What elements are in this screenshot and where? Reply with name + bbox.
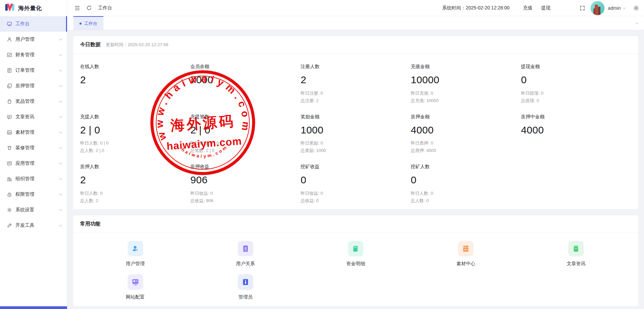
sidebar-item-3[interactable]: 订单管理: [0, 63, 67, 78]
stat-subs: 昨日笔数: 0 | 0总笔数: 2 | 0: [190, 140, 300, 154]
stat-cell: 质押收益906昨日收益: 0总收益: 906: [190, 164, 300, 205]
stat-subtext: 总质押: 4000: [411, 147, 521, 154]
stat-cell: 在线人数2: [80, 64, 190, 104]
shortcut-1[interactable]: 用户关系: [236, 241, 255, 267]
sidebar-item-9[interactable]: 应用管理: [0, 156, 67, 171]
settings-gear-icon[interactable]: [633, 5, 639, 11]
finance-chart-icon: [7, 52, 12, 58]
shortcut-label: 用户管理: [126, 261, 145, 267]
avatar[interactable]: [590, 1, 605, 15]
sidebar-item-label: 文章资讯: [15, 114, 34, 120]
chevron-down-icon: [59, 68, 62, 71]
article-shortcut-icon: [568, 241, 584, 256]
sidebar: 海外量化 工作台用户管理财务管理订单管理质押管理奖品管理文章资讯素材管理装修管理…: [0, 0, 67, 309]
today-card-header: 今日数据 更新时间：2025-02-20 12:27:56: [73, 36, 638, 54]
stat-cell: 提现金额0昨日提现: 0总提现: 0: [521, 64, 631, 104]
shortcut-2[interactable]: 资金明细: [346, 241, 365, 267]
chevron-down-icon: [59, 99, 62, 102]
withdraw-button[interactable]: 提现: [541, 5, 551, 11]
system-time: 系统时间：2025-02-20 12:28:00: [442, 5, 510, 11]
today-card-title: 今日数据: [80, 41, 100, 48]
tab-workbench[interactable]: 工作台: [73, 16, 103, 30]
stat-subtext: 昨日收益: 0: [300, 190, 411, 197]
sidebar-item-12[interactable]: 系统设置: [0, 202, 67, 218]
shortcut-4[interactable]: 文章资讯: [567, 241, 585, 267]
shortcut-3[interactable]: 素材中心: [456, 241, 475, 267]
update-time: 更新时间：2025-02-20 12:27:56: [106, 42, 168, 48]
stat-value: 4000: [411, 124, 521, 136]
sidebar-item-5[interactable]: 奖品管理: [0, 94, 67, 109]
stat-subs: 昨日充值: 0总充值: 10000: [411, 90, 521, 104]
dev-pen-icon: [7, 223, 12, 228]
sidebar-item-label: 权限管理: [15, 191, 34, 197]
topbar: 工作台 系统时间：2025-02-20 12:28:00 充值 提现: [67, 0, 644, 16]
chevron-down-icon: [59, 223, 62, 226]
shortcut-grid: 用户管理用户关系资金明细素材中心文章资讯网站配置管理员: [73, 233, 638, 306]
breadcrumb: 工作台: [98, 5, 112, 11]
stat-label: 挖矿人数: [411, 164, 521, 170]
user-icon: [7, 37, 12, 42]
shortcut-label: 资金明细: [346, 261, 365, 267]
stat-label: 质押人数: [80, 164, 190, 170]
sidebar-item-2[interactable]: 财务管理: [0, 47, 67, 63]
stat-value: 4000: [521, 124, 631, 136]
stat-label: 在线人数: [80, 64, 190, 70]
material-image-icon: [7, 130, 12, 135]
stat-subtext: 总人数: 2 | 0: [80, 147, 190, 154]
stat-label: 充提人数: [80, 114, 190, 120]
siteconfig-shortcut-icon: [128, 274, 143, 290]
stat-value: 0: [300, 174, 411, 186]
sidebar-item-label: 工作台: [15, 21, 30, 27]
sidebar-item-6[interactable]: 文章资讯: [0, 109, 67, 125]
sidebar-item-label: 应用管理: [15, 160, 34, 166]
sidebar-item-13[interactable]: 开发工具: [0, 218, 67, 233]
stat-subtext: 昨日人数: 0 | 0: [80, 140, 190, 147]
stat-cell: 质押中金额4000: [521, 114, 631, 155]
stat-value: 0: [411, 174, 521, 186]
stat-cell: 会员余额7000: [190, 64, 300, 104]
recharge-button[interactable]: 充值: [523, 5, 533, 11]
sidebar-item-label: 组织管理: [15, 176, 34, 182]
refresh-icon[interactable]: [86, 5, 92, 11]
shortcut-5[interactable]: 网站配置: [126, 274, 145, 300]
sidebar-item-0[interactable]: 工作台: [0, 16, 67, 32]
prize-bag-icon: [7, 99, 12, 104]
shortcut-0[interactable]: 用户管理: [126, 241, 145, 267]
app-title: 海外量化: [18, 4, 42, 12]
chevron-down-icon: [59, 130, 62, 133]
sidebar-item-4[interactable]: 质押管理: [0, 78, 67, 94]
stat-subtext: 昨日充值: 0: [411, 90, 521, 97]
today-data-card: 今日数据 更新时间：2025-02-20 12:27:56 在线人数2会员余额7…: [73, 36, 639, 210]
material-shortcut-icon: [458, 241, 474, 256]
shortcuts-card: 常用功能 用户管理用户关系资金明细素材中心文章资讯网站配置管理员: [73, 215, 639, 307]
settings-gear-icon: [7, 207, 12, 213]
sidebar-item-11[interactable]: 权限管理: [0, 187, 67, 202]
tab-list-chevron-icon[interactable]: [636, 21, 638, 24]
sidebar-item-label: 开发工具: [15, 222, 34, 228]
fullscreen-icon[interactable]: [580, 5, 585, 11]
stat-label: 提现金额: [521, 64, 631, 70]
shortcuts-card-header: 常用功能: [73, 215, 638, 233]
logo-icon: [4, 3, 15, 13]
stat-subs: 昨日收益: 0总收益: 906: [190, 190, 300, 205]
sidebar-menu: 工作台用户管理财务管理订单管理质押管理奖品管理文章资讯素材管理装修管理应用管理组…: [0, 16, 67, 233]
stat-subtext: 总笔数: 2 | 0: [190, 147, 300, 154]
sidebar-item-label: 奖品管理: [15, 98, 34, 104]
stat-cell: 挖矿收益0昨日收益: 0总收益: 0: [300, 164, 411, 205]
sidebar-item-7[interactable]: 素材管理: [0, 125, 67, 140]
stat-value: 906: [190, 174, 300, 186]
stat-subs: 昨日人数: 0 | 0总人数: 2 | 0: [80, 140, 190, 154]
sidebar-item-1[interactable]: 用户管理: [0, 32, 67, 47]
sidebar-item-10[interactable]: 组织管理: [0, 171, 67, 187]
stat-value: 2: [300, 74, 411, 86]
collapse-sidebar-icon[interactable]: [74, 5, 80, 11]
main-column: 工作台 系统时间：2025-02-20 12:28:00 充值 提现: [67, 0, 644, 309]
shortcut-6[interactable]: 管理员: [238, 274, 253, 300]
sidebar-item-label: 订单管理: [15, 67, 34, 73]
stat-subtext: 总注册: 2: [300, 97, 411, 104]
user-menu[interactable]: admin: [608, 5, 625, 11]
content-area: 今日数据 更新时间：2025-02-20 12:27:56 在线人数2会员余额7…: [67, 30, 644, 309]
stat-subtext: 昨日质押: 0: [411, 140, 521, 147]
stat-cell: 注册人数2昨日注册: 0总注册: 2: [300, 64, 411, 104]
sidebar-item-8[interactable]: 装修管理: [0, 140, 67, 156]
